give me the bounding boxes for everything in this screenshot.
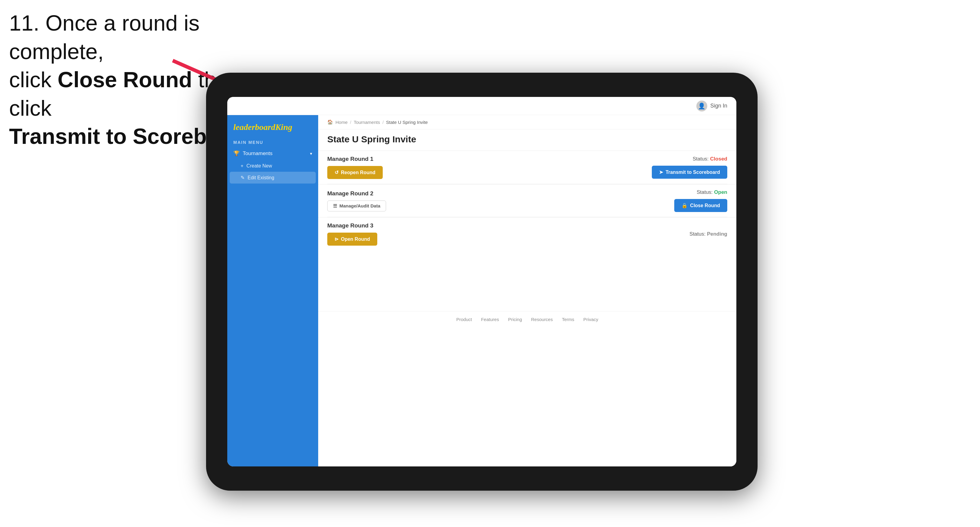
- round-2-status: Status: Open: [697, 189, 727, 195]
- round-3-section: Manage Round 3 ⊳ Open Round Status: Pend…: [318, 217, 737, 251]
- open-round-button[interactable]: ⊳ Open Round: [327, 233, 377, 246]
- sign-in-area[interactable]: 👤 Sign In: [696, 100, 727, 111]
- footer-features[interactable]: Features: [481, 317, 499, 322]
- round-1-left: Manage Round 1 ↺ Reopen Round: [327, 156, 383, 179]
- sidebar-item-create-new[interactable]: + Create New: [227, 160, 318, 172]
- round-2-section: Manage Round 2 ☰ Manage/Audit Data Statu…: [318, 184, 737, 217]
- sidebar-section-label: MAIN MENU: [227, 137, 318, 147]
- bold-close-round: Close Round: [57, 68, 192, 92]
- footer-product[interactable]: Product: [457, 317, 472, 322]
- trophy-icon: 🏆: [233, 150, 240, 157]
- transmit-icon: ➤: [659, 169, 663, 175]
- footer-privacy[interactable]: Privacy: [583, 317, 598, 322]
- logo: leaderboardKing: [227, 115, 318, 137]
- round-3-left: Manage Round 3 ⊳ Open Round: [327, 222, 377, 246]
- round-1-status-value: Closed: [710, 156, 727, 162]
- round-1-section: Manage Round 1 ↺ Reopen Round Status: Cl…: [318, 151, 737, 184]
- manage-audit-data-button[interactable]: ☰ Manage/Audit Data: [327, 200, 386, 211]
- chevron-down-icon: ▾: [310, 151, 312, 156]
- round-2-status-value: Open: [714, 189, 727, 195]
- open-round-icon: ⊳: [334, 236, 339, 242]
- logo-plain: leaderboard: [233, 122, 275, 132]
- breadcrumb-current: State U Spring Invite: [386, 120, 428, 125]
- reopen-icon: ↺: [334, 170, 339, 175]
- round-1-status: Status: Closed: [693, 156, 727, 162]
- tablet-device: 👤 Sign In leaderboardKing MAIN MENU 🏆 To…: [206, 73, 757, 490]
- round-2-title: Manage Round 2: [327, 190, 386, 197]
- avatar: 👤: [696, 100, 707, 111]
- tournaments-label: Tournaments: [243, 151, 272, 157]
- footer-resources[interactable]: Resources: [531, 317, 553, 322]
- edit-icon: ✎: [240, 175, 245, 181]
- footer-terms[interactable]: Terms: [562, 317, 574, 322]
- tablet-screen: 👤 Sign In leaderboardKing MAIN MENU 🏆 To…: [227, 97, 737, 467]
- main-content: 🏠 Home / Tournaments / State U Spring In…: [318, 115, 737, 467]
- content-spacer: [318, 251, 737, 311]
- round-3-status-value: Pending: [707, 231, 727, 237]
- breadcrumb-home: 🏠: [327, 119, 333, 125]
- breadcrumb: 🏠 Home / Tournaments / State U Spring In…: [318, 115, 737, 129]
- sidebar: leaderboardKing MAIN MENU 🏆 Tournaments …: [227, 115, 318, 467]
- page-title: State U Spring Invite: [318, 129, 737, 151]
- footer: Product Features Pricing Resources Terms…: [318, 311, 737, 327]
- plus-icon: +: [240, 163, 243, 169]
- breadcrumb-tournaments-link[interactable]: Tournaments: [354, 120, 380, 125]
- logo-styled: King: [275, 122, 292, 132]
- edit-existing-label: Edit Existing: [248, 175, 274, 181]
- close-icon: 🔒: [681, 203, 687, 208]
- round-3-title: Manage Round 3: [327, 222, 377, 229]
- sidebar-item-tournaments[interactable]: 🏆 Tournaments ▾: [227, 147, 318, 160]
- create-new-label: Create New: [247, 163, 272, 169]
- round-2-right: Status: Open 🔒 Close Round: [674, 189, 727, 212]
- round-3-right: Status: Pending: [689, 231, 727, 237]
- reopen-round-button[interactable]: ↺ Reopen Round: [327, 166, 383, 179]
- round-1-right: Status: Closed ➤ Transmit to Scoreboard: [652, 156, 727, 179]
- round-1-title: Manage Round 1: [327, 156, 383, 162]
- sidebar-item-edit-existing[interactable]: ✎ Edit Existing: [230, 172, 316, 184]
- round-2-left: Manage Round 2 ☰ Manage/Audit Data: [327, 190, 386, 211]
- sign-in-label[interactable]: Sign In: [710, 103, 727, 109]
- audit-icon: ☰: [333, 203, 337, 209]
- round-3-status: Status: Pending: [689, 231, 727, 237]
- close-round-button[interactable]: 🔒 Close Round: [674, 199, 727, 212]
- transmit-to-scoreboard-button[interactable]: ➤ Transmit to Scoreboard: [652, 166, 727, 179]
- breadcrumb-home-link[interactable]: Home: [336, 120, 348, 125]
- footer-pricing[interactable]: Pricing: [508, 317, 522, 322]
- top-bar: 👤 Sign In: [227, 97, 737, 115]
